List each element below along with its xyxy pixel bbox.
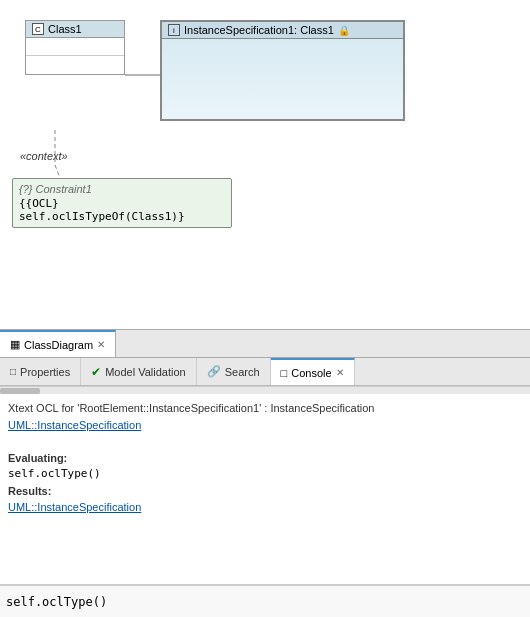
instance-box[interactable]: i InstanceSpecification1: Class1 🔒	[160, 20, 405, 121]
instance-box-body	[162, 39, 403, 119]
diagram-tab-icon: ▦	[10, 338, 20, 351]
validation-checkmark-icon: ✔	[91, 365, 101, 379]
class-icon: C	[32, 23, 44, 35]
console-evaluating-value: self.oclType()	[8, 466, 522, 483]
horizontal-scrollbar[interactable]	[0, 386, 530, 394]
console-icon: □	[281, 367, 288, 379]
svg-line-2	[55, 165, 60, 178]
class-attributes-section	[26, 38, 124, 56]
class-box-header: C Class1	[26, 21, 124, 38]
diagram-canvas: C Class1 i InstanceSpecification1: Class…	[0, 0, 530, 330]
context-label: «context»	[20, 150, 68, 162]
diagram-tab-bar: ▦ ClassDiagram ✕	[0, 330, 530, 358]
tab-console-label: Console	[291, 367, 331, 379]
bottom-tab-bar: □ Properties ✔ Model Validation 🔗 Search…	[0, 358, 530, 386]
tab-search-label: Search	[225, 366, 260, 378]
console-line-1: Xtext OCL for 'RootElement::InstanceSpec…	[8, 400, 522, 417]
console-results-label: Results:	[8, 483, 522, 500]
console-spacer	[8, 433, 522, 450]
console-results-value[interactable]: UML::InstanceSpecification	[8, 499, 522, 516]
tab-model-validation-label: Model Validation	[105, 366, 186, 378]
console-output: Xtext OCL for 'RootElement::InstanceSpec…	[0, 394, 530, 585]
constraint-box[interactable]: {?} Constraint1 {{OCL} self.oclIsTypeOf(…	[12, 178, 232, 228]
console-input-area[interactable]	[0, 585, 530, 617]
class-box-label: Class1	[48, 23, 82, 35]
constraint-body: {{OCL} self.oclIsTypeOf(Class1)}	[19, 197, 225, 223]
diagram-tab-class[interactable]: ▦ ClassDiagram ✕	[0, 330, 116, 357]
console-tab-close-icon[interactable]: ✕	[336, 367, 344, 378]
diagram-tab-close-icon[interactable]: ✕	[97, 339, 105, 350]
tab-properties[interactable]: □ Properties	[0, 358, 81, 385]
search-link-icon: 🔗	[207, 365, 221, 378]
diagram-tab-label: ClassDiagram	[24, 339, 93, 351]
instance-box-label: InstanceSpecification1: Class1	[184, 24, 334, 36]
console-input[interactable]	[6, 595, 524, 609]
bottom-panel: □ Properties ✔ Model Validation 🔗 Search…	[0, 358, 530, 617]
tab-model-validation[interactable]: ✔ Model Validation	[81, 358, 197, 385]
constraint-header: {?} Constraint1	[19, 183, 225, 195]
lock-icon: 🔒	[338, 25, 350, 36]
instance-icon: i	[168, 24, 180, 36]
tab-properties-label: Properties	[20, 366, 70, 378]
class-methods-section	[26, 56, 124, 74]
tab-search[interactable]: 🔗 Search	[197, 358, 271, 385]
class-box[interactable]: C Class1	[25, 20, 125, 75]
instance-box-header: i InstanceSpecification1: Class1 🔒	[162, 22, 403, 39]
console-line-2[interactable]: UML::InstanceSpecification	[8, 417, 522, 434]
tab-console[interactable]: □ Console ✕	[271, 358, 355, 385]
properties-icon: □	[10, 366, 16, 377]
console-evaluating-label: Evaluating:	[8, 450, 522, 467]
